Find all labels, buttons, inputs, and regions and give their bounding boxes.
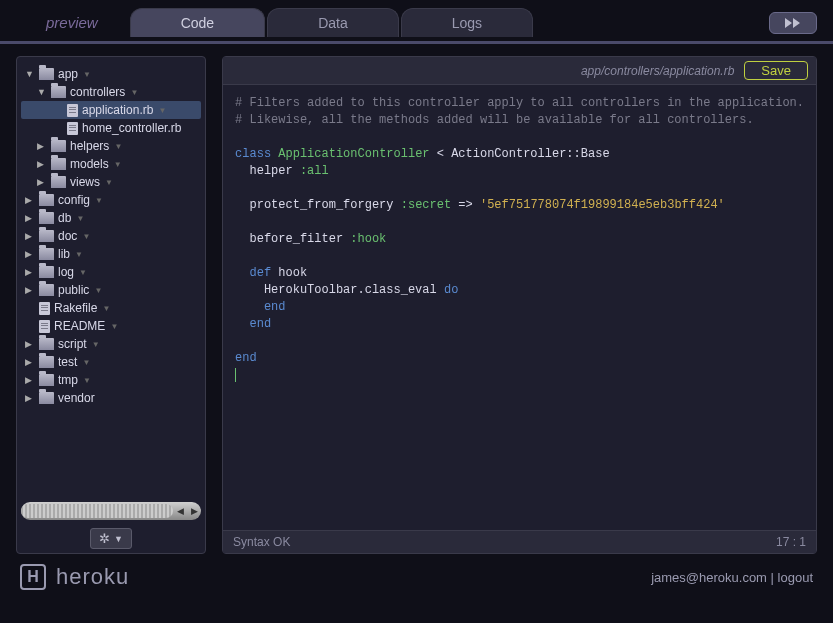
brand-name: heroku (56, 564, 129, 590)
folder-vendor[interactable]: ▶vendor (21, 389, 201, 407)
tab-code[interactable]: Code (130, 8, 265, 37)
tree-disclosure-icon: ▼ (129, 88, 139, 97)
folder-icon (39, 284, 54, 296)
preview-link[interactable]: preview (16, 8, 128, 37)
tree-disclosure-icon: ▼ (113, 142, 123, 151)
folder-tmp[interactable]: ▶tmp▼ (21, 371, 201, 389)
cursor-position: 17 : 1 (776, 535, 806, 549)
horizontal-scrollbar[interactable]: ◀ ▶ (21, 502, 201, 520)
folder-helpers[interactable]: ▶helpers▼ (21, 137, 201, 155)
chevron-right-icon: ▶ (37, 159, 47, 169)
folder-icon (39, 266, 54, 278)
file-application-rb[interactable]: application.rb▼ (21, 101, 201, 119)
tree-item-label: test (58, 355, 77, 369)
breadcrumb: app/controllers/application.rb (581, 64, 734, 78)
chevron-down-icon: ▼ (37, 87, 47, 97)
folder-config[interactable]: ▶config▼ (21, 191, 201, 209)
chevron-right-icon: ▶ (25, 195, 35, 205)
tree-item-label: db (58, 211, 71, 225)
folder-app[interactable]: ▼app▼ (21, 65, 201, 83)
folder-test[interactable]: ▶test▼ (21, 353, 201, 371)
fast-forward-icon (784, 17, 802, 29)
code-editor[interactable]: # Filters added to this controller apply… (223, 85, 816, 530)
chevron-right-icon: ▶ (25, 375, 35, 385)
folder-log[interactable]: ▶log▼ (21, 263, 201, 281)
gear-icon: ✲ (99, 531, 110, 546)
chevron-right-icon: ▶ (25, 339, 35, 349)
chevron-right-icon: ▶ (25, 213, 35, 223)
tree-item-label: tmp (58, 373, 78, 387)
file-tree-sidebar: ▼app▼▼controllers▼application.rb▼home_co… (16, 56, 206, 554)
editor-panel: app/controllers/application.rb Save # Fi… (222, 56, 817, 554)
tree-item-label: models (70, 157, 109, 171)
tree-item-label: vendor (58, 391, 95, 405)
tree-disclosure-icon: ▼ (113, 160, 123, 169)
folder-icon (51, 86, 66, 98)
folder-icon (51, 158, 66, 170)
tree-disclosure-icon: ▼ (74, 250, 84, 259)
folder-icon (39, 194, 54, 206)
file-readme[interactable]: README▼ (21, 317, 201, 335)
folder-icon (51, 176, 66, 188)
folder-icon (39, 230, 54, 242)
chevron-right-icon: ▶ (37, 141, 47, 151)
folder-doc[interactable]: ▶doc▼ (21, 227, 201, 245)
tree-item-label: log (58, 265, 74, 279)
tree-disclosure-icon: ▼ (94, 196, 104, 205)
save-button[interactable]: Save (744, 61, 808, 80)
scroll-left-icon[interactable]: ◀ (173, 506, 187, 516)
tree-disclosure-icon: ▼ (157, 106, 167, 115)
gear-menu-button[interactable]: ✲ ▼ (90, 528, 132, 549)
tree-item-label: views (70, 175, 100, 189)
folder-icon (39, 248, 54, 260)
tree-disclosure-icon: ▼ (78, 268, 88, 277)
folder-icon (39, 392, 54, 404)
tree-disclosure-icon: ▼ (75, 214, 85, 223)
chevron-right-icon: ▶ (25, 231, 35, 241)
chevron-right-icon: ▶ (25, 357, 35, 367)
tab-logs[interactable]: Logs (401, 8, 533, 37)
tree-item-label: README (54, 319, 105, 333)
folder-lib[interactable]: ▶lib▼ (21, 245, 201, 263)
tree-disclosure-icon: ▼ (101, 304, 111, 313)
logout-link[interactable]: logout (778, 570, 813, 585)
chevron-down-icon: ▼ (25, 69, 35, 79)
chevron-right-icon: ▶ (37, 177, 47, 187)
file-home-controller-rb[interactable]: home_controller.rb (21, 119, 201, 137)
heroku-logo-icon: H (20, 564, 46, 590)
file-icon (67, 104, 78, 117)
folder-icon (39, 374, 54, 386)
chevron-right-icon: ▶ (25, 393, 35, 403)
user-email-link[interactable]: james@heroku.com (651, 570, 767, 585)
folder-public[interactable]: ▶public▼ (21, 281, 201, 299)
file-rakefile[interactable]: Rakefile▼ (21, 299, 201, 317)
folder-icon (39, 68, 54, 80)
folder-views[interactable]: ▶views▼ (21, 173, 201, 191)
fast-forward-button[interactable] (769, 12, 817, 34)
folder-models[interactable]: ▶models▼ (21, 155, 201, 173)
file-icon (39, 320, 50, 333)
tree-item-label: config (58, 193, 90, 207)
tree-item-label: application.rb (82, 103, 153, 117)
tree-item-label: lib (58, 247, 70, 261)
tree-disclosure-icon: ▼ (81, 358, 91, 367)
syntax-status: Syntax OK (233, 535, 290, 549)
chevron-right-icon: ▶ (25, 267, 35, 277)
tree-item-label: controllers (70, 85, 125, 99)
scroll-right-icon[interactable]: ▶ (187, 506, 201, 516)
folder-controllers[interactable]: ▼controllers▼ (21, 83, 201, 101)
tree-disclosure-icon: ▼ (109, 322, 119, 331)
tree-disclosure-icon: ▼ (82, 376, 92, 385)
folder-script[interactable]: ▶script▼ (21, 335, 201, 353)
file-icon (67, 122, 78, 135)
tree-disclosure-icon: ▼ (91, 340, 101, 349)
folder-db[interactable]: ▶db▼ (21, 209, 201, 227)
file-icon (39, 302, 50, 315)
tree-disclosure-icon: ▼ (104, 178, 114, 187)
folder-icon (39, 356, 54, 368)
folder-icon (39, 212, 54, 224)
tab-data[interactable]: Data (267, 8, 399, 37)
chevron-right-icon: ▶ (25, 285, 35, 295)
tree-item-label: script (58, 337, 87, 351)
chevron-down-icon: ▼ (114, 534, 123, 544)
